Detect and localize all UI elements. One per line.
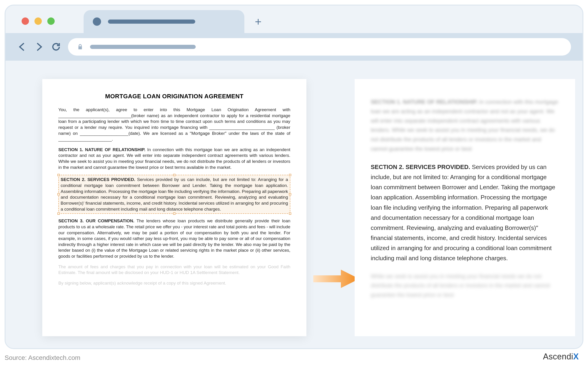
selection-handle-icon[interactable]: [58, 174, 60, 176]
section-1-heading: SECTION 1. NATURE OF RELATIONSHIP.: [58, 147, 145, 152]
selection-handle-icon[interactable]: [58, 193, 60, 195]
blurred-heading: SECTION 1. NATURE OF RELATIONSHIP.: [371, 99, 478, 105]
extraction-arrow-icon: [313, 267, 359, 290]
forward-button[interactable]: [34, 42, 44, 52]
document-fees-paragraph: The amount of fees and charges that you …: [58, 264, 290, 275]
brand-text-b: X: [573, 352, 579, 361]
source-attribution: Source: Ascendixtech.com: [5, 354, 80, 361]
tab-favicon-icon: [93, 17, 101, 26]
section-3-body: The lenders whose loan products we distr…: [58, 218, 290, 259]
blurred-body: In connection with this mortgage loan we…: [371, 99, 558, 152]
extracted-section-2: SECTION 2. SERVICES PROVIDED. Services p…: [371, 162, 559, 263]
minimize-window-icon[interactable]: [34, 17, 42, 25]
tab-bar: +: [6, 6, 582, 33]
browser-tab[interactable]: [84, 10, 244, 33]
url-placeholder: [90, 45, 196, 49]
content-area: MORTGAGE LOAN ORIGINATION AGREEMENT You,…: [6, 61, 582, 348]
blurred-text-above: SECTION 1. NATURE OF RELATIONSHIP. In co…: [371, 97, 559, 154]
brand-text-a: Ascendi: [543, 352, 573, 361]
new-tab-button[interactable]: +: [254, 10, 263, 33]
extracted-heading: SECTION 2. SERVICES PROVIDED.: [371, 164, 470, 170]
document-signing-paragraph: By signing below, applicant(s) acknowled…: [58, 280, 290, 286]
blurred-text-below: While we seek to assist you in meeting y…: [371, 272, 559, 300]
reload-button[interactable]: [51, 42, 61, 52]
selection-highlight[interactable]: SECTION 2. SERVICES PROVIDED. Services p…: [58, 175, 290, 214]
document-intro: You, the applicant(s), agree to enter in…: [58, 107, 290, 142]
extracted-text-panel: SECTION 1. NATURE OF RELATIONSHIP. In co…: [355, 79, 575, 336]
selection-handle-icon[interactable]: [289, 193, 291, 195]
section-3-heading: SECTION 3. OUR COMPENSATION.: [58, 218, 134, 223]
back-button[interactable]: [17, 42, 27, 52]
selection-handle-icon[interactable]: [173, 174, 175, 176]
extracted-body: Services provided by us can include, but…: [371, 164, 555, 262]
selection-handle-icon[interactable]: [289, 174, 291, 176]
selection-handle-icon[interactable]: [58, 212, 60, 215]
document-section-2: SECTION 2. SERVICES PROVIDED. Services p…: [61, 177, 288, 212]
document-title: MORTGAGE LOAN ORIGINATION AGREEMENT: [58, 93, 290, 100]
window-controls: [22, 17, 55, 25]
lock-icon: [77, 44, 83, 50]
selection-handle-icon[interactable]: [289, 212, 291, 215]
tab-title-placeholder: [108, 19, 195, 24]
address-bar[interactable]: [68, 38, 571, 56]
document-section-3: SECTION 3. OUR COMPENSATION. The lenders…: [58, 218, 290, 259]
maximize-window-icon[interactable]: [47, 17, 55, 25]
brand-logo: AscendiX: [543, 352, 579, 361]
selection-handle-icon[interactable]: [173, 212, 175, 215]
source-document: MORTGAGE LOAN ORIGINATION AGREEMENT You,…: [42, 79, 306, 336]
section-2-body: Services provided by us can include, but…: [61, 177, 288, 211]
browser-window: + MORTGAGE LOAN ORIGINATION AGREEMENT Yo…: [5, 5, 583, 349]
section-2-heading: SECTION 2. SERVICES PROVIDED.: [61, 177, 135, 182]
nav-bar: [6, 33, 582, 61]
document-section-1: SECTION 1. NATURE OF RELATIONSHIP. In co…: [58, 147, 290, 170]
close-window-icon[interactable]: [22, 17, 29, 25]
